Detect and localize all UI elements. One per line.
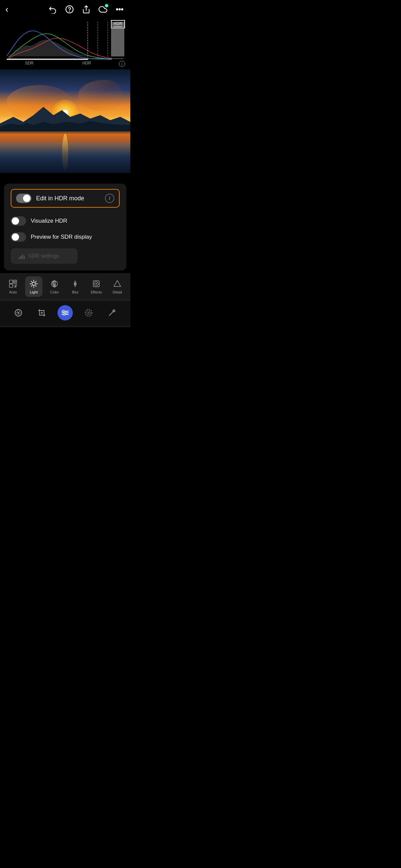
tab-blur-label: Blur [72,290,79,294]
sdr-label: SDR [25,61,33,65]
tab-effects[interactable]: Effects [87,276,105,297]
hdr-label: HDR [82,61,91,65]
svg-point-27 [75,283,76,285]
sdr-bar-icon [19,253,25,259]
cloud-button[interactable] [97,4,108,15]
effects-icon [91,279,101,288]
edit-hdr-toggle[interactable] [16,194,31,203]
preview-sdr-toggle[interactable] [11,232,26,242]
nav-mask-button[interactable] [11,305,26,320]
histogram-container: HDR SDR HDR i [0,18,130,69]
svg-point-45 [88,312,89,313]
bottom-nav [0,301,130,326]
tab-auto-label: Auto [9,290,17,294]
back-button[interactable]: ‹ [5,5,8,14]
visualize-hdr-row: Visualize HDR [11,213,120,229]
detail-icon [113,279,122,288]
svg-point-42 [63,314,65,315]
histogram-labels: SDR HDR i [5,60,125,68]
bottom-toolbar: Auto Light [0,273,130,327]
svg-rect-12 [9,280,13,283]
light-icon [29,279,38,288]
svg-line-21 [36,285,36,286]
svg-point-5 [121,9,123,10]
svg-line-23 [31,285,32,286]
tab-auto[interactable]: Auto [4,276,22,297]
svg-point-1 [69,11,69,11]
more-button[interactable] [114,4,125,15]
tab-color[interactable]: Color [46,276,63,297]
sdr-settings-button[interactable]: SDR settings [11,248,78,264]
nav-selective-button[interactable] [81,305,96,320]
top-bar: ‹ [0,0,130,18]
edit-hdr-info-button[interactable]: i [105,194,114,203]
svg-line-20 [31,281,32,282]
svg-rect-14 [9,284,13,287]
visualize-hdr-label: Visualize HDR [31,218,67,224]
svg-point-30 [95,283,97,284]
tab-blur[interactable]: Blur [66,276,84,297]
help-button[interactable] [64,4,75,15]
share-button[interactable] [81,4,91,15]
tab-color-label: Color [50,290,59,294]
visualize-hdr-toggle[interactable] [11,216,26,226]
cloud-status-dot [105,4,108,7]
histogram-chart [5,20,125,60]
blur-icon [70,279,80,288]
divider [0,300,130,300]
auto-icon [8,279,18,288]
svg-point-3 [116,9,118,10]
nav-crop-button[interactable] [34,305,50,320]
svg-rect-9 [111,22,124,56]
hdr-panel: Edit in HDR mode i Visualize HDR Preview… [4,184,126,271]
preview-sdr-row: Preview for SDR display [11,229,120,245]
tab-light-label: Light [30,290,38,294]
svg-marker-31 [114,280,121,286]
photo-preview [0,69,130,173]
tab-effects-label: Effects [91,290,102,294]
edit-hdr-label: Edit in HDR mode [36,195,84,202]
svg-point-15 [32,282,35,285]
histogram-info-button[interactable]: i [119,61,125,67]
tab-detail-label: Detail [113,290,122,294]
tool-tabs: Auto Light [0,276,130,298]
nav-healing-button[interactable] [104,305,120,320]
svg-point-41 [65,312,67,314]
svg-point-4 [119,9,120,10]
undo-button[interactable] [48,4,58,15]
edit-hdr-row[interactable]: Edit in HDR mode i [11,189,120,208]
color-icon [50,279,59,288]
svg-point-34 [18,312,19,314]
tab-detail[interactable]: Detail [109,276,126,297]
preview-sdr-label: Preview for SDR display [31,234,92,240]
tab-light[interactable]: Light [25,276,42,297]
svg-line-22 [36,281,36,282]
nav-adjust-button[interactable] [57,305,73,320]
dark-spacer [0,173,130,184]
svg-point-40 [63,310,64,312]
